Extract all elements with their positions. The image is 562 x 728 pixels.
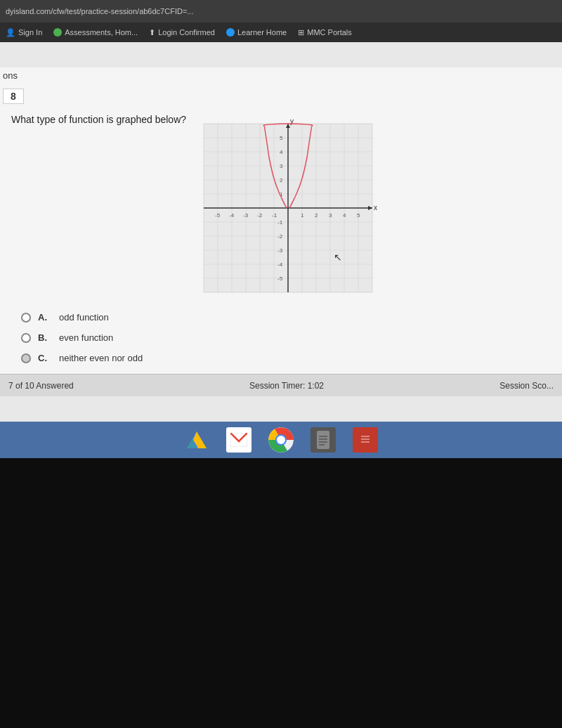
tab-bar: 👤 Sign In Assessments, Hom... ⬆ Login Co… (0, 22, 562, 42)
svg-text:-5: -5 (215, 212, 221, 219)
radio-c[interactable] (21, 353, 31, 363)
svg-text:-1: -1 (272, 212, 277, 219)
svg-text:-3: -3 (277, 247, 283, 254)
tab-mmc[interactable]: ⊞ MMC Portals (298, 28, 352, 37)
answer-letter-b: B. (38, 332, 52, 343)
gmail-taskbar-icon[interactable] (226, 427, 251, 453)
learner-icon (226, 28, 235, 37)
session-score: Session Sco... (499, 381, 554, 391)
login-icon: ⬆ (149, 28, 155, 37)
answer-text-c: neither even nor odd (59, 353, 143, 363)
svg-text:5: 5 (280, 135, 283, 141)
svg-point-60 (277, 436, 285, 444)
answer-text-a: odd function (59, 312, 109, 323)
mmc-icon: ⊞ (298, 28, 304, 37)
svg-text:4: 4 (280, 149, 283, 155)
svg-rect-66 (359, 431, 372, 449)
answers-section: A. odd function B. even function C. neit… (21, 312, 143, 384)
tab-sign-in[interactable]: 👤 Sign In (6, 28, 42, 37)
chrome-taskbar-icon[interactable] (268, 427, 294, 453)
svg-text:2: 2 (315, 212, 318, 219)
browser-bar: dyisland.com/cfw/test/practice-session/a… (0, 0, 562, 22)
status-bar: 7 of 10 Answered Session Timer: 1:02 Ses… (0, 374, 562, 396)
url-bar[interactable]: dyisland.com/cfw/test/practice-session/a… (6, 7, 193, 15)
answer-text-b: even function (59, 332, 113, 343)
graph-container: x y -5 -4 -3 -2 -1 1 2 3 4 5 5 4 3 2 1 -… (197, 117, 379, 299)
radio-a[interactable] (21, 313, 31, 323)
question-number: 8 (3, 89, 24, 104)
drive-taskbar-icon[interactable] (184, 427, 209, 453)
answer-row-a[interactable]: A. odd function (21, 312, 143, 323)
svg-text:-2: -2 (257, 212, 263, 219)
svg-text:2: 2 (280, 177, 283, 183)
svg-text:-3: -3 (243, 212, 249, 219)
question-text: What type of function is graphed below? (11, 114, 186, 125)
tab-learner[interactable]: Learner Home (226, 28, 287, 37)
svg-text:-4: -4 (229, 212, 235, 219)
answer-letter-c: C. (38, 353, 52, 363)
session-timer: Session Timer: 1:02 (249, 381, 324, 391)
svg-text:-4: -4 (277, 261, 283, 268)
svg-text:3: 3 (329, 212, 332, 219)
svg-text:3: 3 (280, 163, 283, 169)
answer-row-c[interactable]: C. neither even nor odd (21, 353, 143, 363)
tab-login[interactable]: ⬆ Login Confirmed (149, 28, 215, 37)
taskbar (0, 422, 562, 458)
docs-taskbar-icon[interactable] (353, 427, 378, 453)
assessments-icon (53, 28, 62, 37)
white-panel: ons 8 What type of function is graphed b… (0, 67, 562, 396)
svg-rect-61 (317, 431, 329, 449)
function-graph: x y -5 -4 -3 -2 -1 1 2 3 4 5 5 4 3 2 1 -… (197, 117, 379, 299)
svg-text:-5: -5 (277, 275, 283, 282)
svg-text:1: 1 (301, 212, 304, 219)
tab-assessments[interactable]: Assessments, Hom... (53, 28, 138, 37)
dark-area (0, 458, 562, 728)
svg-text:-2: -2 (277, 233, 283, 240)
radio-b[interactable] (21, 333, 31, 343)
sign-in-icon: 👤 (6, 28, 15, 37)
svg-text:-1: -1 (277, 219, 283, 226)
files-taskbar-icon[interactable] (311, 427, 336, 453)
answer-letter-a: A. (38, 312, 52, 323)
answered-count: 7 of 10 Answered (8, 381, 74, 391)
content-area: ons 8 What type of function is graphed b… (0, 42, 562, 422)
svg-text:↖: ↖ (334, 252, 342, 263)
answer-row-b[interactable]: B. even function (21, 332, 143, 343)
svg-text:4: 4 (343, 212, 346, 219)
section-label: ons (3, 70, 18, 81)
svg-text:x: x (374, 204, 377, 212)
svg-text:5: 5 (357, 212, 360, 219)
